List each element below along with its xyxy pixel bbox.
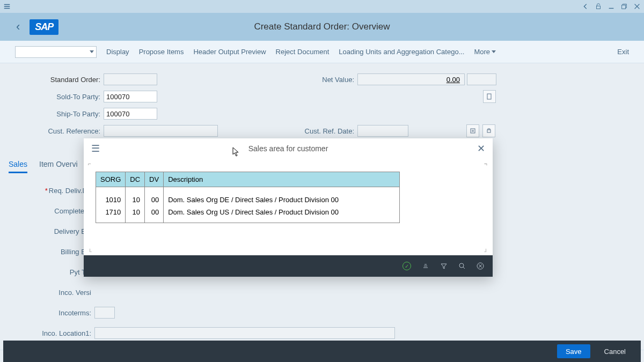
complete-dlv-label: Complete D <box>9 207 94 215</box>
svg-rect-3 <box>471 129 475 133</box>
pyt-terms-label: Pyt Ter <box>9 268 94 276</box>
ship-to-label: Ship-To Party: <box>15 110 104 118</box>
menu-icon[interactable] <box>3 3 11 10</box>
tab-item-overview[interactable]: Item Overvi <box>39 157 78 173</box>
doc-icon-button[interactable] <box>466 124 479 137</box>
svg-point-11 <box>459 263 464 268</box>
col-sorg[interactable]: SORG <box>96 172 126 187</box>
cust-ref-date-input[interactable] <box>357 125 408 137</box>
print-icon-button[interactable] <box>482 124 495 137</box>
net-value-currency <box>467 73 496 85</box>
exit-button[interactable]: Exit <box>617 48 629 56</box>
incoterms-label: Incoterms: <box>9 309 94 317</box>
cust-ref-date-label: Cust. Ref. Date: <box>304 127 357 135</box>
inco-version-label: Inco. Versi <box>9 289 94 297</box>
inco-location1-label: Inco. Location1: <box>9 329 94 337</box>
billing-block-label: Billing Blo <box>9 248 94 256</box>
svg-rect-0 <box>597 6 601 9</box>
toolbar-dropdown[interactable] <box>15 46 97 58</box>
sold-to-label: Sold-To Party: <box>15 93 104 101</box>
corner-mark: └ <box>88 249 92 253</box>
more-menu[interactable]: More <box>474 48 496 56</box>
corner-mark: ¬ <box>484 161 488 165</box>
standard-order-label: Standard Order: <box>15 76 104 84</box>
close-icon[interactable] <box>633 3 641 10</box>
net-value-label: Net Value: <box>304 76 357 84</box>
table-row[interactable]: 1010 10 00 Dom. Sales Org DE / Direct Sa… <box>96 187 400 206</box>
dialog-menu-icon[interactable]: ☰ <box>91 143 100 154</box>
cust-ref-input[interactable] <box>104 125 218 137</box>
inco-location1-input[interactable] <box>94 327 395 339</box>
ship-to-input[interactable] <box>104 108 157 120</box>
corner-mark: ┘ <box>484 249 488 253</box>
address-details-button[interactable] <box>483 90 496 103</box>
main-toolbar: Display Propose Items Header Output Prev… <box>0 41 644 63</box>
net-value-input <box>357 73 465 85</box>
loading-units-button[interactable]: Loading Units and Aggregation Catego... <box>339 48 464 56</box>
col-dc[interactable]: DC <box>126 172 145 187</box>
system-bar <box>0 0 644 13</box>
footer: Save Cancel <box>3 341 641 362</box>
back-button[interactable]: ‹ <box>6 20 30 34</box>
dialog-search-button[interactable] <box>458 262 466 270</box>
svg-rect-4 <box>487 130 491 132</box>
dialog-sort-button[interactable] <box>422 262 429 270</box>
cust-ref-label: Cust. Reference: <box>15 127 104 135</box>
sales-area-table: SORG DC DV Description 1010 10 00 Dom. S… <box>96 172 400 223</box>
col-dv[interactable]: DV <box>145 172 164 187</box>
dialog-close-button[interactable]: ✕ <box>477 143 485 154</box>
dialog-filter-button[interactable] <box>440 262 448 270</box>
incoterms-input[interactable] <box>94 307 115 319</box>
delivery-block-label: Delivery Blo <box>9 227 94 235</box>
standard-order-input[interactable] <box>104 73 157 85</box>
dialog-title: Sales area for customer <box>248 144 328 153</box>
header-form: Standard Order: Sold-To Party: Ship-To P… <box>0 63 644 147</box>
page-title: Create Standard Order: Overview <box>254 21 390 32</box>
reject-document-button[interactable]: Reject Document <box>276 48 330 56</box>
sales-area-dialog: ☰ Sales area for customer ✕ ⌐ ¬ └ ┘ SORG… <box>84 138 493 277</box>
restore-icon[interactable] <box>620 3 628 10</box>
title-bar: ‹ SAP Create Standard Order: Overview <box>0 13 644 41</box>
svg-rect-2 <box>487 94 491 99</box>
sold-to-input[interactable] <box>104 91 157 102</box>
header-output-preview-button[interactable]: Header Output Preview <box>193 48 266 56</box>
back-icon[interactable] <box>582 3 589 10</box>
tab-sales[interactable]: Sales <box>9 157 27 173</box>
corner-mark: ⌐ <box>88 161 92 165</box>
dialog-cancel-button[interactable] <box>477 262 484 270</box>
table-row[interactable]: 1710 10 00 Dom. Sales Org US / Direct Sa… <box>96 206 400 223</box>
cancel-button[interactable]: Cancel <box>596 344 634 358</box>
lock-icon[interactable] <box>595 3 602 10</box>
sap-logo: SAP <box>30 19 58 35</box>
save-button[interactable]: Save <box>557 344 590 358</box>
req-deliv-date-label: *Req. Deliv.Da <box>9 187 94 195</box>
propose-items-button[interactable]: Propose Items <box>139 48 184 56</box>
display-button[interactable]: Display <box>106 48 129 56</box>
dialog-footer: ✓ <box>84 255 493 277</box>
col-description[interactable]: Description <box>164 172 400 187</box>
svg-rect-1 <box>622 5 626 9</box>
minimize-icon[interactable] <box>608 3 615 10</box>
dialog-ok-button[interactable]: ✓ <box>402 262 411 270</box>
